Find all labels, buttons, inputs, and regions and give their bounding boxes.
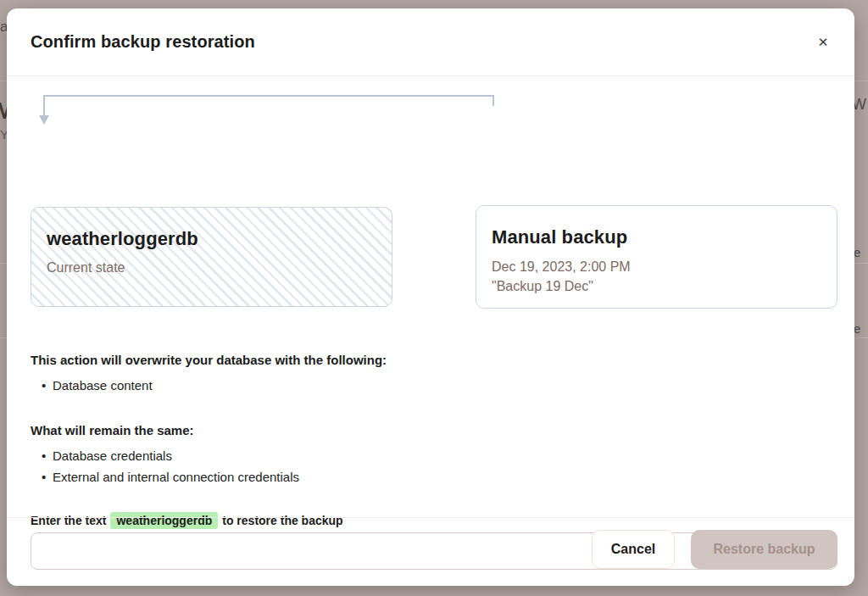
restore-backup-button[interactable]: Restore backup [691, 530, 837, 569]
overwrite-section: This action will overwrite your database… [31, 353, 831, 396]
list-item: Database credentials [31, 445, 831, 466]
manual-backup-card: Manual backup Dec 19, 2023, 2:00 PM "Bac… [476, 205, 837, 309]
backup-title: Manual backup [492, 226, 821, 248]
backup-timestamp: Dec 19, 2023, 2:00 PM [492, 257, 821, 276]
restore-direction-arrow [7, 76, 532, 136]
current-state-label: Current state [47, 260, 376, 276]
database-name: weatherloggerdb [47, 228, 376, 250]
dialog-header: Confirm backup restoration ✕ [7, 8, 854, 76]
overwrite-heading: This action will overwrite your database… [31, 353, 831, 367]
close-icon[interactable]: ✕ [810, 30, 836, 55]
list-item: External and internal connection credent… [31, 466, 831, 487]
cancel-button[interactable]: Cancel [592, 530, 675, 569]
list-item: Database content [31, 375, 831, 396]
overwrite-list: Database content [31, 375, 831, 396]
confirm-backup-restoration-dialog: Confirm backup restoration ✕ weatherlogg… [7, 8, 854, 586]
backup-name: "Backup 19 Dec" [492, 276, 821, 296]
backup-details: Dec 19, 2023, 2:00 PM "Backup 19 Dec" [492, 257, 821, 296]
dialog-footer: Cancel Restore backup [7, 517, 854, 586]
dialog-title: Confirm backup restoration [31, 32, 255, 52]
background-text-fragment: e [854, 245, 860, 259]
background-text-fragment: e [854, 321, 860, 336]
remain-list: Database credentials External and intern… [31, 445, 831, 487]
remain-section: What will remain the same: Database cred… [31, 423, 831, 487]
remain-heading: What will remain the same: [31, 423, 831, 437]
current-state-card: weatherloggerdb Current state [31, 207, 392, 307]
dialog-body: weatherloggerdb Current state Manual bac… [7, 76, 854, 517]
